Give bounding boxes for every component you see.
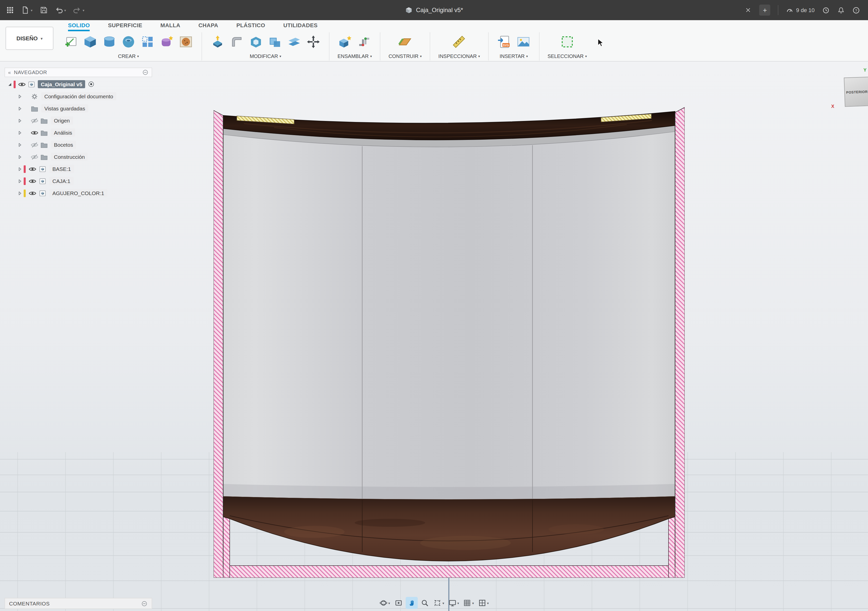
tab-utilidades[interactable]: UTILIDADES — [284, 22, 318, 31]
visibility-off-eye-icon[interactable] — [31, 141, 38, 148]
collapse-panel-icon[interactable]: « — [8, 70, 11, 75]
shell-icon[interactable] — [248, 34, 264, 50]
tree-item-label[interactable]: Configuración del documento — [41, 92, 116, 100]
tab-malla[interactable]: MALLA — [160, 22, 180, 31]
visibility-eye-icon[interactable] — [29, 177, 36, 185]
tab-chapa[interactable]: CHAPA — [198, 22, 219, 31]
fit-button[interactable]: ▾ — [432, 597, 446, 609]
tree-item-document-settings[interactable]: Configuración del documento — [5, 90, 152, 102]
pattern-icon[interactable] — [140, 34, 155, 50]
pan-button[interactable] — [406, 597, 418, 609]
new-tab-button[interactable]: + — [760, 5, 770, 16]
expand-arrow-icon[interactable] — [17, 154, 23, 160]
press-pull-icon[interactable] — [210, 34, 225, 50]
select-window-icon[interactable] — [560, 34, 575, 50]
workspace-selector[interactable]: DISEÑO ▾ — [6, 27, 53, 50]
expand-arrow-icon[interactable] — [17, 93, 23, 99]
viewcube[interactable]: POSTERIOR — [844, 77, 868, 107]
tree-item-saved-views[interactable]: Vistas guardadas — [5, 102, 152, 114]
group-label-construir[interactable]: CONSTRUIR▾ — [388, 53, 422, 59]
tree-item-label[interactable]: CAJA:1 — [50, 177, 73, 185]
comments-panel[interactable]: COMENTARIOS — [5, 598, 152, 609]
visibility-eye-icon[interactable] — [31, 129, 38, 136]
job-status[interactable]: 9 de 10 — [786, 6, 815, 14]
navigator-header[interactable]: « NAVEGADOR — [5, 68, 152, 77]
expand-arrow-icon[interactable] — [17, 178, 23, 184]
group-label-seleccionar[interactable]: SELECCIONAR▾ — [547, 53, 587, 59]
tree-item-construction[interactable]: Construcción — [5, 151, 152, 163]
visibility-eye-icon[interactable] — [18, 81, 26, 88]
fillet-icon[interactable] — [229, 34, 244, 50]
grid-settings-button[interactable]: ▾ — [462, 597, 476, 609]
zoom-button[interactable] — [418, 597, 431, 609]
tree-item-analysis[interactable]: Análisis — [5, 126, 152, 138]
group-label-crear[interactable]: CREAR▾ — [118, 53, 139, 59]
tree-item-origin[interactable]: Origen — [5, 114, 152, 126]
expand-arrow-icon[interactable] — [17, 106, 23, 111]
group-label-insertar[interactable]: INSERTAR▾ — [499, 53, 528, 59]
model-section-view[interactable] — [214, 103, 685, 578]
comments-options-icon[interactable] — [141, 600, 147, 607]
group-label-modificar[interactable]: MODIFICAR▾ — [250, 53, 281, 59]
tree-item-base[interactable]: BASE:1 — [5, 163, 152, 175]
group-label-inspeccionar[interactable]: INSPECCIONAR▾ — [438, 53, 480, 59]
construction-plane-icon[interactable] — [397, 34, 412, 50]
joint-icon[interactable] — [356, 34, 372, 50]
expand-arrow-icon[interactable] — [17, 142, 23, 148]
move-icon[interactable] — [306, 34, 321, 50]
navigator-options-icon[interactable] — [142, 69, 149, 76]
form-icon[interactable] — [159, 34, 174, 50]
undo-button[interactable]: ▾ — [55, 6, 66, 14]
app-grid-icon[interactable] — [6, 6, 14, 14]
tree-item-caja[interactable]: CAJA:1 — [5, 175, 152, 187]
notifications-bell-icon[interactable] — [837, 6, 845, 14]
tree-item-label[interactable]: Construcción — [51, 153, 88, 161]
tree-item-agujero-color[interactable]: AGUJERO_COLOR:1 — [5, 187, 152, 199]
create-sketch-icon[interactable] — [64, 34, 79, 50]
expand-arrow-icon[interactable] — [17, 130, 23, 135]
appearance-icon[interactable] — [178, 34, 194, 50]
viewcube-face-label[interactable]: POSTERIOR — [846, 90, 868, 94]
close-tab-icon[interactable] — [745, 6, 752, 14]
expand-arrow-icon[interactable] — [17, 118, 23, 123]
visibility-eye-icon[interactable] — [29, 189, 36, 197]
orbit-button[interactable]: ▾ — [378, 597, 391, 609]
tree-item-label[interactable]: BASE:1 — [50, 165, 74, 173]
tree-item-label[interactable]: Vistas guardadas — [41, 104, 88, 112]
insert-svg-icon[interactable]: SVG — [497, 34, 512, 50]
help-icon[interactable]: ? — [852, 6, 860, 14]
tree-item-label[interactable]: AGUJERO_COLOR:1 — [50, 189, 107, 197]
new-component-icon[interactable] — [338, 34, 353, 50]
viewports-button[interactable]: ▾ — [477, 597, 490, 609]
tab-plastico[interactable]: PLÁSTICO — [236, 22, 265, 31]
visibility-eye-icon[interactable] — [29, 165, 36, 173]
redo-button[interactable]: ▾ — [73, 6, 84, 14]
split-face-icon[interactable] — [287, 34, 302, 50]
tree-item-label[interactable]: Análisis — [51, 129, 75, 137]
visibility-off-eye-icon[interactable] — [31, 117, 38, 124]
box-primitive-icon[interactable] — [83, 34, 98, 50]
tab-solido[interactable]: SOLIDO — [68, 22, 90, 31]
combine-icon[interactable] — [268, 34, 283, 50]
activate-component-radio[interactable] — [88, 81, 95, 88]
save-button[interactable] — [40, 6, 48, 14]
expand-arrow-icon[interactable] — [17, 166, 23, 172]
insert-canvas-icon[interactable] — [516, 34, 531, 50]
visibility-off-eye-icon[interactable] — [31, 153, 38, 160]
expand-arrow-icon[interactable] — [17, 190, 23, 196]
tree-item-label[interactable]: Bocetos — [51, 141, 76, 149]
look-at-button[interactable] — [392, 597, 405, 609]
display-settings-button[interactable]: ▾ — [446, 597, 460, 609]
tree-item-sketches[interactable]: Bocetos — [5, 138, 152, 151]
sphere-primitive-icon[interactable] — [121, 34, 136, 50]
expanded-arrow-icon[interactable] — [7, 81, 12, 87]
recent-activity-icon[interactable] — [822, 6, 830, 14]
file-menu-button[interactable]: ▾ — [21, 6, 33, 14]
revolve-icon[interactable] — [102, 34, 117, 50]
measure-icon[interactable] — [452, 34, 467, 50]
tree-item-root[interactable]: Caja_Original v5 — [5, 78, 152, 90]
tree-item-label[interactable]: Origen — [51, 117, 73, 124]
tab-superficie[interactable]: SUPERFICIE — [108, 22, 142, 31]
tree-item-label[interactable]: Caja_Original v5 — [38, 80, 85, 88]
group-label-ensamblar[interactable]: ENSAMBLAR▾ — [338, 53, 372, 59]
